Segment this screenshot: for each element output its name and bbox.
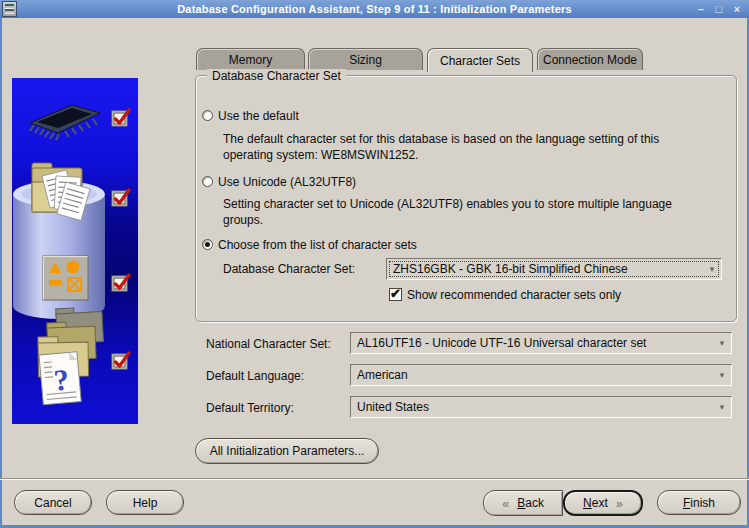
- cancel-button[interactable]: Cancel: [14, 490, 92, 515]
- default-language-label: Default Language:: [206, 369, 304, 383]
- use-unicode-description: Setting character set to Unicode (AL32UT…: [223, 196, 709, 228]
- group-title: Database Character Set: [207, 69, 346, 83]
- step-complete-checkbox: [112, 275, 129, 291]
- chevron-left-icon: «: [502, 496, 509, 511]
- use-default-description: The default character set for this datab…: [223, 131, 709, 163]
- svg-text:?: ?: [52, 363, 70, 397]
- step-complete-checkbox: [112, 190, 129, 206]
- all-initialization-parameters-button[interactable]: All Initialization Parameters...: [195, 438, 379, 464]
- tab-memory[interactable]: Memory: [196, 48, 305, 70]
- folder-documents-icon: [32, 163, 90, 221]
- wizard-art: ?: [12, 78, 138, 424]
- check-icon: ✔: [390, 286, 401, 301]
- window-title: Database Configuration Assistant, Step 9…: [177, 3, 572, 15]
- tab-sizing[interactable]: Sizing: [308, 48, 423, 70]
- radio-choose-from-list-label[interactable]: Choose from the list of character sets: [218, 238, 417, 252]
- help-button[interactable]: Help: [106, 490, 184, 515]
- minimize-icon[interactable]: –: [693, 2, 709, 17]
- tab-connection-mode[interactable]: Connection Mode: [537, 48, 643, 70]
- recommended-checkbox-label[interactable]: Show recommended character sets only: [407, 288, 621, 302]
- finish-button[interactable]: Finish: [657, 490, 741, 515]
- default-language-select[interactable]: American ▼: [350, 364, 732, 386]
- step-complete-checkbox: [112, 110, 129, 126]
- footer-separator: [0, 478, 749, 480]
- tab-character-sets[interactable]: Character Sets: [427, 48, 533, 72]
- db-charset-select[interactable]: ZHS16GBK - GBK 16-bit Simplified Chinese…: [386, 258, 722, 280]
- default-territory-label: Default Territory:: [206, 401, 294, 415]
- close-icon[interactable]: ×: [729, 2, 745, 17]
- national-charset-label: National Character Set:: [206, 337, 331, 351]
- chevron-down-icon: ▼: [708, 265, 716, 274]
- radio-use-unicode-label[interactable]: Use Unicode (AL32UTF8): [218, 175, 356, 189]
- recommended-checkbox[interactable]: ✔: [389, 288, 402, 301]
- radio-choose-from-list[interactable]: [202, 239, 213, 250]
- default-territory-select[interactable]: United States ▼: [350, 396, 732, 418]
- back-button[interactable]: « Back: [483, 490, 563, 516]
- chevron-down-icon: ▼: [718, 371, 726, 380]
- next-button[interactable]: Next »: [563, 490, 643, 516]
- national-charset-select[interactable]: AL16UTF16 - Unicode UTF-16 Universal cha…: [350, 332, 732, 354]
- radio-use-unicode[interactable]: [202, 176, 213, 187]
- app-icon: [2, 1, 17, 17]
- radio-use-default-label[interactable]: Use the default: [218, 109, 299, 123]
- dbca-window: Database Configuration Assistant, Step 9…: [0, 0, 749, 528]
- schema-shapes-icon: [43, 256, 88, 300]
- radio-use-default[interactable]: [202, 110, 213, 121]
- maximize-icon[interactable]: □: [711, 2, 727, 17]
- db-charset-label: Database Character Set:: [223, 262, 355, 276]
- chevron-down-icon: ▼: [718, 403, 726, 412]
- chevron-down-icon: ▼: [718, 339, 726, 348]
- step-complete-checkbox: [112, 353, 129, 369]
- chevron-right-icon: »: [616, 496, 623, 511]
- titlebar[interactable]: Database Configuration Assistant, Step 9…: [0, 0, 749, 18]
